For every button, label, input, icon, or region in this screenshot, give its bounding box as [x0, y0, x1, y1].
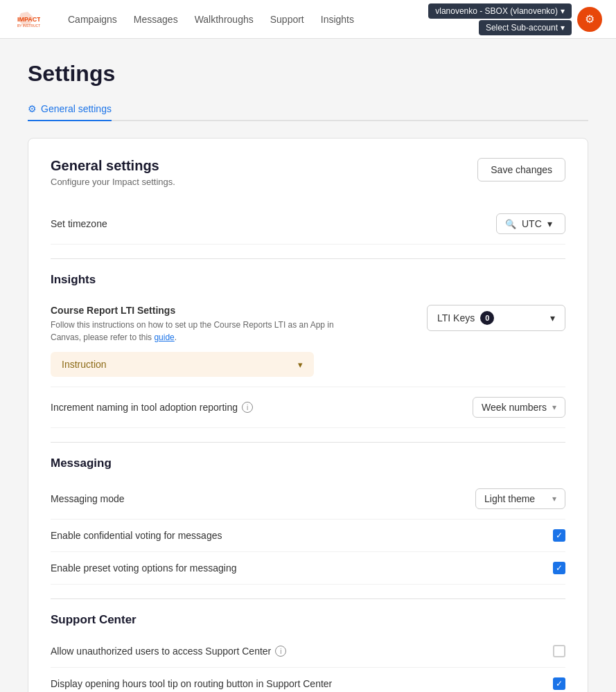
- search-icon: 🔍: [505, 219, 516, 229]
- lti-keys-dropdown[interactable]: LTI Keys 0 ▾: [427, 305, 565, 331]
- tab-gear-icon: ⚙: [28, 103, 37, 114]
- lti-keys-badge: 0: [480, 311, 494, 325]
- lti-label: Course Report LTI Settings: [51, 305, 427, 316]
- page-content: Settings ⚙ General settings General sett…: [0, 39, 616, 692]
- card-title-area: General settings Configure your Impact s…: [51, 158, 175, 187]
- chevron-down-icon: ▾: [547, 218, 552, 229]
- increment-label: Increment naming in tool adoption report…: [51, 402, 253, 413]
- nav-support[interactable]: Support: [270, 14, 304, 25]
- instruction-label: Instruction: [62, 359, 107, 370]
- nav-insights[interactable]: Insights: [321, 14, 354, 25]
- chevron-down-icon: ▾: [552, 494, 556, 504]
- timezone-row: Set timezone 🔍 UTC ▾: [51, 204, 565, 245]
- support-center-section-header: Support Center: [51, 613, 565, 627]
- messaging-mode-row: Messaging mode Light theme ▾: [51, 479, 565, 520]
- insights-section-header: Insights: [51, 273, 565, 287]
- increment-naming-row: Increment naming in tool adoption report…: [51, 387, 565, 428]
- tab-general-settings[interactable]: ⚙ General settings: [28, 98, 112, 121]
- save-changes-button[interactable]: Save changes: [477, 158, 565, 181]
- instruction-chevron-icon: ▾: [298, 360, 303, 370]
- card-subtitle: Configure your Impact settings.: [51, 177, 175, 187]
- support-center-checkbox-0[interactable]: [553, 645, 565, 657]
- support-center-label-1: Display opening hours tool tip on routin…: [51, 678, 332, 689]
- timezone-label: Set timezone: [51, 218, 107, 229]
- settings-tabs: ⚙ General settings: [28, 98, 588, 121]
- lti-guide-link[interactable]: guide: [154, 332, 174, 342]
- nav-messages[interactable]: Messages: [134, 14, 178, 25]
- lti-description: Follow this instructions on how to set u…: [51, 319, 342, 344]
- messaging-mode-dropdown[interactable]: Light theme ▾: [475, 488, 565, 509]
- support-center-row-0: Allow unauthorized users to access Suppo…: [51, 635, 565, 668]
- lti-left: Course Report LTI Settings Follow this i…: [51, 305, 427, 377]
- card-header: General settings Configure your Impact s…: [51, 158, 565, 187]
- increment-dropdown[interactable]: Week numbers ▾: [473, 397, 565, 418]
- info-icon: i: [242, 402, 253, 413]
- messaging-mode-label: Messaging mode: [51, 493, 125, 504]
- instruction-panel[interactable]: Instruction ▾: [51, 352, 314, 377]
- nav-campaigns[interactable]: Campaigns: [68, 14, 117, 25]
- preset-voting-messages-checkbox[interactable]: ✓: [553, 562, 565, 574]
- card-title: General settings: [51, 158, 175, 174]
- settings-card: General settings Configure your Impact s…: [28, 138, 588, 692]
- account-button[interactable]: vlanovenko - SBOX (vlanovenko) ▾: [428, 3, 572, 19]
- info-icon: i: [275, 646, 286, 657]
- lti-settings-row: Course Report LTI Settings Follow this i…: [51, 295, 565, 387]
- support-center-checkbox-1[interactable]: ✓: [553, 677, 565, 690]
- top-navigation: IMPACT BY INSTRUCTURE Campaigns Messages…: [0, 0, 616, 39]
- support-center-row-1: Display opening hours tool tip on routin…: [51, 668, 565, 692]
- nav-right: vlanovenko - SBOX (vlanovenko) ▾ Select …: [428, 3, 602, 35]
- page-title: Settings: [28, 61, 588, 87]
- settings-gear-button[interactable]: ⚙: [577, 7, 602, 32]
- nav-walkthroughs[interactable]: Walkthroughs: [195, 14, 254, 25]
- svg-text:BY INSTRUCTURE: BY INSTRUCTURE: [17, 24, 40, 28]
- support-center-divider: [51, 598, 565, 599]
- confidential-voting-messages-row: Enable confidential voting for messages …: [51, 520, 565, 552]
- gear-icon: ⚙: [585, 12, 595, 26]
- chevron-down-icon: ▾: [552, 402, 556, 412]
- sub-account-button[interactable]: Select Sub-account ▾: [479, 20, 572, 35]
- account-selector: vlanovenko - SBOX (vlanovenko) ▾ Select …: [428, 3, 572, 35]
- preset-voting-messages-label: Enable preset voting options for messagi…: [51, 562, 237, 574]
- messaging-section-header: Messaging: [51, 456, 565, 470]
- lti-chevron-icon: ▾: [550, 312, 555, 323]
- timezone-dropdown[interactable]: 🔍 UTC ▾: [496, 213, 565, 234]
- logo: IMPACT BY INSTRUCTURE: [14, 6, 40, 33]
- confidential-voting-messages-label: Enable confidential voting for messages: [51, 530, 222, 541]
- svg-text:IMPACT: IMPACT: [17, 16, 40, 23]
- preset-voting-messages-row: Enable preset voting options for messagi…: [51, 552, 565, 585]
- support-center-label-0: Allow unauthorized users to access Suppo…: [51, 646, 286, 657]
- nav-links: Campaigns Messages Walkthroughs Support …: [68, 14, 412, 25]
- insights-divider: [51, 258, 565, 259]
- messaging-divider: [51, 442, 565, 443]
- confidential-voting-messages-checkbox[interactable]: ✓: [553, 529, 565, 542]
- lti-keys-label-area: LTI Keys 0: [437, 311, 494, 325]
